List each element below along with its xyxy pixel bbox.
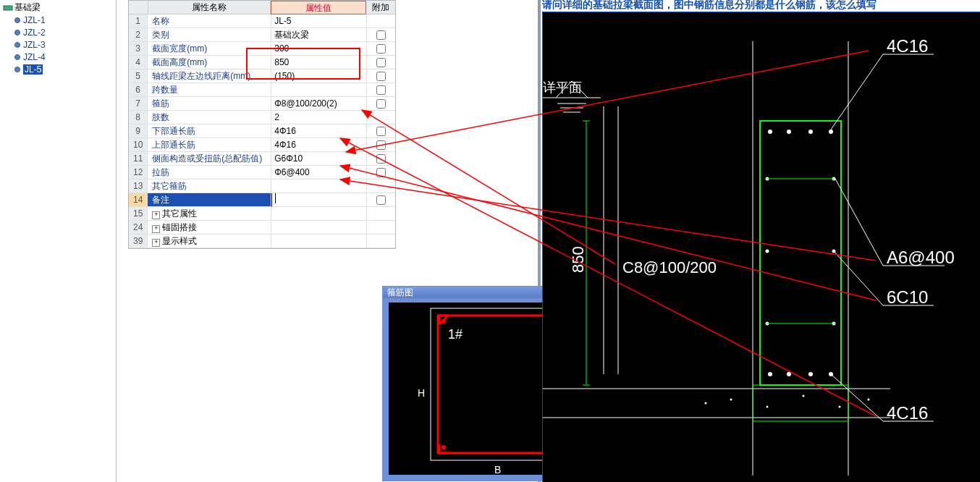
extra-checkbox[interactable] (376, 140, 386, 150)
row-number: 8 (129, 111, 148, 124)
prop-value[interactable]: G6Φ10 (271, 152, 367, 166)
tree-children: JZL-1 JZL-2 JZL-3 JZL-4 JL-5 (0, 14, 116, 75)
cad-label-bottom: 4C16 (887, 403, 928, 423)
stirrup-h: H (418, 387, 425, 399)
grid-row[interactable]: 8肢数2 (129, 111, 395, 124)
row-number: 24 (129, 221, 148, 234)
node-icon (14, 54, 20, 60)
prop-name: 其它属性 (162, 208, 197, 219)
grid-row[interactable]: 9下部通长筋4Φ16 (129, 124, 395, 138)
expand-icon[interactable]: + (152, 239, 160, 247)
svg-point-29 (766, 250, 769, 253)
grid-row[interactable]: 39+显示样式 (129, 234, 395, 248)
prop-name: 截面高度(mm) (152, 57, 207, 67)
prop-value[interactable]: (150) (271, 69, 367, 83)
prop-extra (367, 83, 395, 97)
svg-point-24 (787, 372, 791, 376)
tree-root-label: 基础梁 (14, 1, 41, 14)
tree-item-jzl2[interactable]: JZL-2 (13, 27, 116, 38)
prop-value[interactable]: 2 (271, 111, 367, 124)
prop-name: 截面宽度(mm) (152, 43, 207, 54)
grid-row[interactable]: 12拉筋Φ6@400 (129, 166, 395, 179)
prop-value[interactable] (271, 179, 367, 193)
prop-value[interactable] (271, 234, 367, 248)
col-value[interactable]: 属性值 (271, 1, 366, 14)
extra-checkbox[interactable] (376, 127, 386, 136)
prop-value[interactable] (271, 207, 367, 221)
tree-item-jzl4[interactable]: JZL-4 (13, 51, 116, 63)
grid-row[interactable]: 10上部通长筋4Φ16 (129, 138, 395, 152)
extra-checkbox[interactable] (376, 85, 386, 95)
prop-value[interactable]: 4Φ16 (271, 138, 367, 152)
extra-checkbox[interactable] (376, 195, 386, 205)
prop-value[interactable]: 300 (271, 42, 367, 56)
svg-point-25 (808, 372, 813, 376)
prop-value[interactable]: Φ6@400 (271, 166, 367, 179)
prop-value[interactable]: 850 (271, 56, 367, 69)
prop-value[interactable] (271, 193, 367, 207)
grid-row[interactable]: 7箍筋Φ8@100/200(2) (129, 97, 395, 111)
prop-extra (367, 42, 395, 56)
cad-panel: 请问详细的基础拉梁截面图，图中钢筋信息分别都是什么钢筋，该怎么填写 详平面 (542, 0, 980, 482)
grid-row[interactable]: 5轴线距梁左边线距离(mm)(150) (129, 69, 395, 83)
tree-item-jzl1[interactable]: JZL-1 (13, 14, 116, 26)
extra-checkbox[interactable] (376, 72, 386, 81)
row-number: 13 (129, 179, 148, 193)
row-number: 10 (129, 138, 148, 152)
grid-row[interactable]: 6跨数量 (129, 83, 395, 97)
extra-checkbox[interactable] (376, 154, 386, 164)
row-number: 6 (129, 83, 148, 97)
cad-viewport[interactable]: 详平面 850 C8@100/200 (542, 12, 980, 482)
extra-checkbox[interactable] (376, 44, 386, 54)
row-number: 39 (129, 234, 148, 248)
prop-value[interactable]: 基础次梁 (271, 28, 367, 42)
svg-line-47 (831, 374, 883, 421)
tree-item-jzl3[interactable]: JZL-3 (13, 39, 116, 51)
prop-value[interactable]: 4Φ16 (271, 124, 367, 138)
expand-icon[interactable]: + (152, 211, 160, 219)
expand-icon[interactable]: + (152, 225, 160, 233)
col-extra[interactable]: 附加 (366, 1, 395, 14)
prop-extra (367, 179, 395, 193)
prop-value[interactable] (271, 221, 367, 234)
svg-point-40 (868, 399, 870, 401)
grid-row[interactable]: 3截面宽度(mm)300 (129, 42, 395, 56)
tree-root[interactable]: 基础梁 (0, 0, 116, 14)
grid-row[interactable]: 15+其它属性 (129, 207, 395, 221)
svg-line-41 (831, 54, 883, 130)
cad-label-side: 6C10 (887, 287, 928, 307)
prop-extra (367, 69, 395, 83)
tree-item-jl5[interactable]: JL-5 (13, 64, 116, 75)
grid-header: 属性名称 属性值 附加 (129, 1, 395, 14)
col-name[interactable]: 属性名称 (148, 1, 271, 14)
prop-value[interactable]: Φ8@100/200(2) (271, 97, 367, 111)
extra-checkbox[interactable] (376, 30, 386, 40)
prop-extra (367, 111, 395, 124)
cad-drawing: 详平面 850 C8@100/200 (543, 12, 980, 482)
extra-checkbox[interactable] (376, 168, 386, 177)
grid-row[interactable]: 13其它箍筋 (129, 179, 395, 193)
prop-value[interactable]: JL-5 (271, 14, 367, 28)
prop-value[interactable] (271, 83, 367, 97)
row-number: 11 (129, 152, 148, 166)
question-text: 请问详细的基础拉梁截面图，图中钢筋信息分别都是什么钢筋，该怎么填写 (542, 0, 980, 10)
svg-point-36 (730, 399, 732, 401)
tree-item-label: JZL-1 (23, 15, 46, 25)
node-icon (14, 67, 20, 72)
prop-extra (367, 166, 395, 179)
svg-line-43 (835, 179, 883, 266)
grid-row[interactable]: 4截面高度(mm)850 (129, 56, 395, 69)
grid-row[interactable]: 2类别基础次梁 (129, 28, 395, 42)
grid-row[interactable]: 14备注 (129, 193, 395, 207)
cad-height: 850 (569, 246, 587, 273)
grid-row[interactable]: 1名称JL-5 (129, 14, 395, 28)
prop-name: 跨数量 (152, 85, 178, 95)
grid-row[interactable]: 11侧面构造或受扭筋(总配筋值)G6Φ10 (129, 152, 395, 166)
grid-row[interactable]: 24+锚固搭接 (129, 221, 395, 234)
prop-extra (367, 14, 395, 28)
tree-item-label: JZL-4 (23, 52, 46, 62)
extra-checkbox[interactable] (376, 58, 386, 67)
svg-point-22 (829, 130, 833, 134)
extra-checkbox[interactable] (376, 99, 386, 109)
stirrup-mark: 1# (448, 327, 462, 342)
